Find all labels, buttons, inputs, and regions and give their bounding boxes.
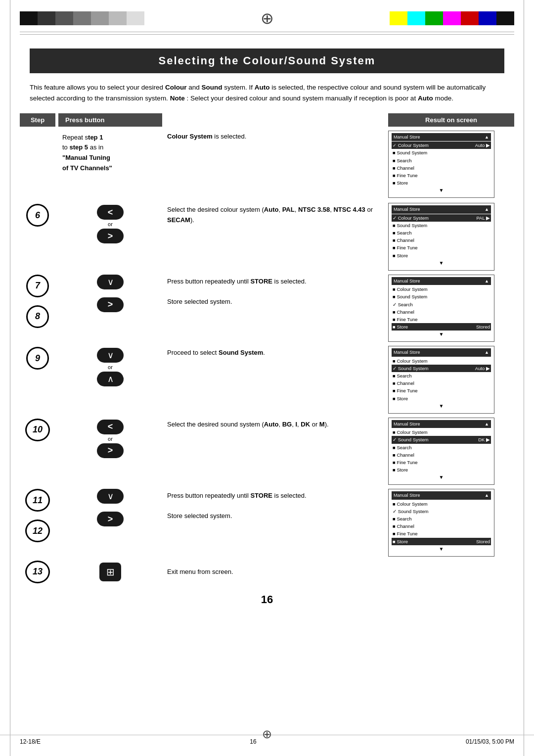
row-7-8: 7 8 ∨ > Press button repeatedly until ST…: [20, 275, 514, 342]
header-result: Result on screen: [388, 113, 514, 127]
table-header: Step Press button Result on screen: [20, 113, 514, 127]
step-6: 6: [20, 203, 55, 227]
blue-block: [479, 11, 496, 25]
initial-desc: Repeat step 1 to step 5 as in "Manual Tu…: [58, 131, 162, 176]
btn-down-11[interactable]: ∨: [97, 489, 124, 504]
screen-8: Manual Store▲ ■ Colour System ■ Sound Sy…: [388, 275, 514, 342]
screen-10: Manual Store▲ ■ Colour System ✓ Sound Sy…: [388, 418, 514, 485]
gray-block-1: [20, 11, 38, 25]
btn-right-12[interactable]: >: [97, 512, 124, 526]
btn-up-9[interactable]: ∧: [97, 372, 124, 386]
header-spacer: [162, 113, 388, 127]
step-circle-7: 7: [26, 275, 49, 297]
desc-11-12: Press button repeatedly until STORE is s…: [162, 489, 388, 523]
initial-result-desc: Colour System is selected.: [162, 131, 388, 142]
btn-down-9[interactable]: ∨: [97, 348, 124, 363]
yellow-block: [390, 11, 407, 25]
step-circle-8: 8: [26, 305, 49, 328]
row-9: 9 ∨ or ∧ Proceed to select Sound System.…: [20, 346, 514, 414]
footer-right: 01/15/03, 5:00 PM: [466, 738, 514, 745]
row-13: 13 ⊞ Exit menu from screen.: [20, 561, 514, 583]
left-border: [10, 0, 10, 756]
intro-paragraph: This feature allows you to select your d…: [30, 82, 504, 104]
gray-block-2: [38, 11, 55, 25]
step-circle-13: 13: [25, 561, 50, 583]
row-initial: Repeat step 1 to step 5 as in "Manual Tu…: [20, 131, 514, 198]
desc-10: Select the desired sound system (Auto, B…: [162, 418, 388, 432]
crosshair-icon: ⊕: [261, 9, 274, 28]
desc-9: Proceed to select Sound System.: [162, 346, 388, 360]
step-circle-6: 6: [26, 204, 49, 227]
step-circle-9: 9: [26, 347, 49, 370]
gray-block-6: [109, 11, 127, 25]
magenta-block: [443, 11, 461, 25]
btn-left-10[interactable]: <: [97, 420, 124, 434]
row-10: 10 < or > Select the desired sound syste…: [20, 418, 514, 485]
screen-12: Manual Store▲ ■ Colour System ✓ Sound Sy…: [388, 489, 514, 557]
btn-right-8[interactable]: >: [97, 297, 124, 312]
step-11-12-nums: 11 12: [20, 489, 55, 542]
row-6: 6 < or > Select the desired colour syste…: [20, 203, 514, 271]
green-block: [425, 11, 443, 25]
btns-10: < or >: [58, 418, 162, 460]
screen-initial: Manual Store▲ ✓ Colour SystemAuto ▶ ■ So…: [388, 131, 514, 198]
header-step: Step: [20, 113, 55, 127]
grayscale-blocks: [20, 11, 144, 25]
footer-center: 16: [250, 738, 256, 745]
gray-block-5: [91, 11, 109, 25]
btn-left-6[interactable]: <: [97, 205, 124, 220]
title-text: Selecting the Colour/Sound System: [159, 54, 376, 67]
screen-9: Manual Store▲ ■ Colour System ✓ Sound Sy…: [388, 346, 514, 414]
gray-block-7: [127, 11, 144, 25]
desc-6: Select the desired colour system (Auto, …: [162, 203, 388, 228]
gray-block-4: [73, 11, 91, 25]
step-circle-12: 12: [25, 520, 50, 542]
page-title: Selecting the Colour/Sound System: [30, 48, 504, 73]
gray-block-3: [55, 11, 73, 25]
btns-11-12: ∨ >: [58, 489, 162, 526]
desc-7-8: Press button repeatedly until STORE is s…: [162, 275, 388, 309]
step-9: 9: [20, 346, 55, 370]
top-divider-2: [20, 34, 514, 35]
black-block: [496, 11, 514, 25]
top-bar: ⊕: [0, 0, 534, 28]
step-circle-11: 11: [25, 489, 50, 512]
btn-right-10[interactable]: >: [97, 443, 124, 458]
btns-7-8: ∨ >: [58, 275, 162, 312]
btn-down-7[interactable]: ∨: [97, 275, 124, 289]
desc-13: Exit menu from screen.: [162, 566, 388, 577]
or-label-6: or: [108, 221, 113, 227]
btns-13: ⊞: [58, 563, 162, 581]
top-divider-1: [20, 32, 514, 32]
page-number-display: 16: [0, 593, 534, 606]
header-press: Press button: [58, 113, 162, 127]
screen-6: Manual Store▲ ✓ Colour SystemPAL ▶ ■ Sou…: [388, 203, 514, 271]
btns-6: < or >: [58, 203, 162, 245]
row-11-12: 11 12 ∨ > Press button repeatedly until …: [20, 489, 514, 557]
or-label-9: or: [108, 364, 113, 370]
btn-right-6[interactable]: >: [97, 229, 124, 243]
right-border: [524, 0, 524, 756]
btns-9: ∨ or ∧: [58, 346, 162, 388]
color-blocks: [390, 11, 514, 25]
step-13: 13: [20, 561, 55, 583]
step-10: 10: [20, 418, 55, 441]
step-7-8-nums: 7 8: [20, 275, 55, 328]
bottom-crosshair-icon: ⊕: [262, 727, 272, 741]
footer-left: 12-18/E: [20, 738, 41, 745]
or-label-10: or: [108, 436, 113, 442]
step-circle-10: 10: [25, 419, 50, 441]
cyan-block: [407, 11, 425, 25]
btn-menu-13[interactable]: ⊞: [99, 563, 121, 581]
red-block: [461, 11, 479, 25]
